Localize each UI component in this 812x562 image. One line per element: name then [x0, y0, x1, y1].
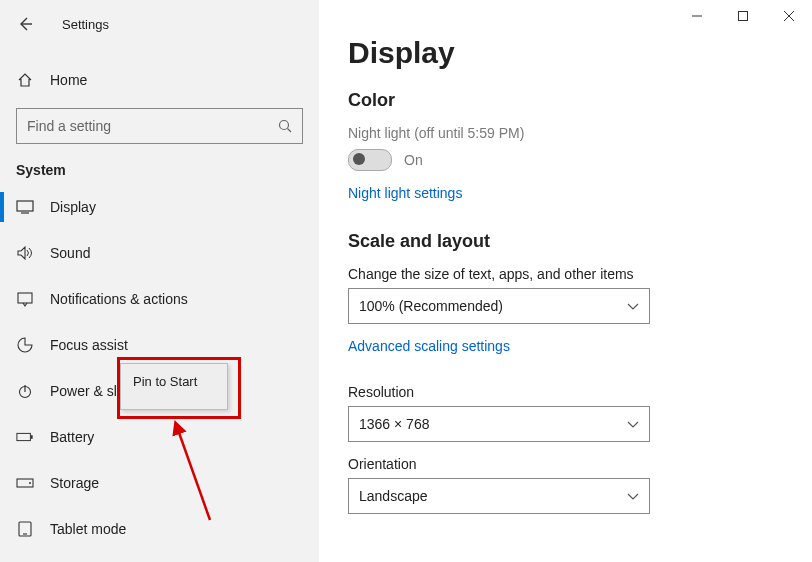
context-menu-pin-to-start[interactable]: Pin to Start	[121, 368, 227, 395]
title-bar	[674, 0, 812, 32]
svg-point-15	[29, 482, 31, 484]
notifications-icon	[16, 290, 34, 308]
scale-value: 100% (Recommended)	[359, 298, 503, 314]
sidebar-item-tablet-mode[interactable]: Tablet mode	[0, 506, 319, 552]
search-input[interactable]: Find a setting	[16, 108, 303, 144]
close-button[interactable]	[766, 0, 812, 32]
tablet-icon	[16, 520, 34, 538]
svg-rect-7	[17, 201, 33, 211]
page-title: Display	[348, 36, 784, 70]
svg-rect-9	[18, 293, 32, 303]
night-light-status: Night light (off until 5:59 PM)	[348, 125, 784, 141]
advanced-scaling-link[interactable]: Advanced scaling settings	[348, 338, 510, 354]
sidebar-item-notifications[interactable]: Notifications & actions	[0, 276, 319, 322]
minimize-button[interactable]	[674, 0, 720, 32]
orientation-value: Landscape	[359, 488, 428, 504]
svg-rect-12	[17, 433, 31, 440]
orientation-dropdown[interactable]: Landscape	[348, 478, 650, 514]
svg-rect-1	[739, 12, 748, 21]
night-light-toggle[interactable]	[348, 149, 392, 171]
sidebar: Settings Home Find a setting System Disp…	[0, 0, 320, 562]
toggle-label: On	[404, 152, 423, 168]
color-heading: Color	[348, 90, 784, 111]
sidebar-item-label: Battery	[50, 429, 94, 445]
chevron-down-icon	[627, 488, 639, 504]
resolution-value: 1366 × 768	[359, 416, 429, 432]
chevron-down-icon	[627, 298, 639, 314]
resolution-label: Resolution	[348, 384, 784, 400]
night-light-settings-link[interactable]: Night light settings	[348, 185, 462, 201]
scale-dropdown[interactable]: 100% (Recommended)	[348, 288, 650, 324]
scale-label: Change the size of text, apps, and other…	[348, 266, 784, 282]
sidebar-item-storage[interactable]: Storage	[0, 460, 319, 506]
home-label: Home	[50, 72, 87, 88]
orientation-label: Orientation	[348, 456, 784, 472]
sidebar-item-label: Focus assist	[50, 337, 128, 353]
sidebar-item-label: Tablet mode	[50, 521, 126, 537]
resolution-dropdown[interactable]: 1366 × 768	[348, 406, 650, 442]
search-placeholder: Find a setting	[27, 118, 111, 134]
back-icon[interactable]	[16, 15, 34, 33]
sidebar-item-label: Display	[50, 199, 96, 215]
maximize-button[interactable]	[720, 0, 766, 32]
svg-line-6	[288, 129, 292, 133]
sidebar-item-display[interactable]: Display	[0, 184, 319, 230]
svg-rect-13	[31, 435, 33, 439]
sound-icon	[16, 244, 34, 262]
sidebar-item-focus-assist[interactable]: Focus assist	[0, 322, 319, 368]
sidebar-item-label: Notifications & actions	[50, 291, 188, 307]
main-content: Display Color Night light (off until 5:5…	[320, 0, 812, 562]
focus-assist-icon	[16, 336, 34, 354]
context-menu: Pin to Start	[120, 363, 228, 410]
window-title: Settings	[62, 17, 109, 32]
section-system: System	[0, 154, 319, 184]
chevron-down-icon	[627, 416, 639, 432]
sidebar-item-label: Sound	[50, 245, 90, 261]
display-icon	[16, 198, 34, 216]
search-icon	[276, 117, 294, 135]
sidebar-item-sound[interactable]: Sound	[0, 230, 319, 276]
svg-point-5	[280, 121, 289, 130]
sidebar-item-label: Storage	[50, 475, 99, 491]
power-icon	[16, 382, 34, 400]
storage-icon	[16, 474, 34, 492]
battery-icon	[16, 428, 34, 446]
scale-layout-heading: Scale and layout	[348, 231, 784, 252]
sidebar-item-battery[interactable]: Battery	[0, 414, 319, 460]
home-icon	[16, 71, 34, 89]
home-nav[interactable]: Home	[0, 58, 319, 102]
